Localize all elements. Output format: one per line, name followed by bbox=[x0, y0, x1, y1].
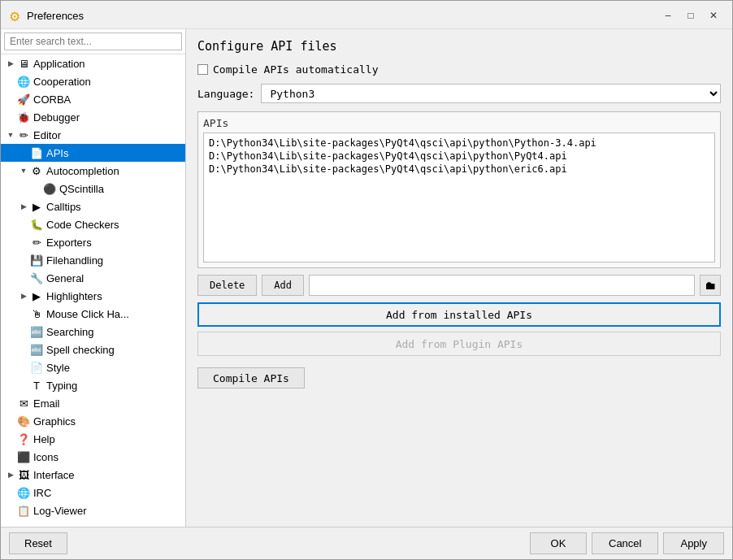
compile-auto-checkbox[interactable] bbox=[197, 64, 208, 75]
compile-actions: Compile APIs bbox=[197, 364, 721, 389]
tree-label-highlighters: Highlighters bbox=[46, 290, 102, 302]
expand-placeholder-cooperation bbox=[4, 75, 17, 88]
tree-icon-corba: 🚀 bbox=[17, 93, 30, 106]
api-item: D:\Python34\Lib\site-packages\PyQt4\qsci… bbox=[207, 163, 711, 176]
add-button[interactable]: Add bbox=[262, 275, 304, 296]
tree-icon-general: 🔧 bbox=[30, 271, 43, 284]
expand-icon-application[interactable]: ▶ bbox=[4, 57, 17, 70]
tree-label-editor: Editor bbox=[33, 129, 61, 141]
tree-item-debugger[interactable]: 🐞Debugger bbox=[1, 108, 185, 126]
tree-item-mouse-click-ha[interactable]: 🖱Mouse Click Ha... bbox=[1, 305, 185, 323]
tree-icon-filehandling: 💾 bbox=[30, 254, 43, 267]
tree-item-log-viewer[interactable]: 📋Log-Viewer bbox=[1, 501, 185, 519]
tree-item-style[interactable]: 📄Style bbox=[1, 358, 185, 376]
tree-icon-autocompletion: ⚙ bbox=[30, 164, 43, 177]
expand-placeholder-email bbox=[4, 397, 17, 410]
tree-item-apis[interactable]: 📄APIs bbox=[1, 144, 185, 162]
expand-icon-autocompletion[interactable]: ▼ bbox=[17, 164, 30, 177]
tree-label-apis: APIs bbox=[46, 147, 68, 159]
tree-icon-apis: 📄 bbox=[30, 146, 43, 159]
tree-item-general[interactable]: 🔧General bbox=[1, 269, 185, 287]
tree-item-cooperation[interactable]: 🌐Cooperation bbox=[1, 72, 185, 90]
reset-button[interactable]: Reset bbox=[9, 532, 67, 554]
language-select[interactable]: Python3Python2JavaScriptC++ bbox=[261, 84, 721, 103]
tree-icon-style: 📄 bbox=[30, 361, 43, 374]
tree-item-help[interactable]: ❓Help bbox=[1, 430, 185, 448]
tree-label-irc: IRC bbox=[33, 487, 51, 499]
tree-icon-editor: ✏ bbox=[17, 128, 30, 141]
api-path-input[interactable] bbox=[309, 275, 695, 296]
tree-item-autocompletion[interactable]: ▼⚙Autocompletion bbox=[1, 162, 185, 180]
expand-placeholder-filehandling bbox=[17, 254, 30, 267]
apis-group: APIs D:\Python34\Lib\site-packages\PyQt4… bbox=[197, 111, 721, 268]
delete-button[interactable]: Delete bbox=[197, 275, 257, 296]
tree-label-mouse-click-ha: Mouse Click Ha... bbox=[46, 308, 129, 320]
tree-label-general: General bbox=[46, 272, 84, 284]
expand-placeholder-exporters bbox=[17, 236, 30, 249]
expand-placeholder-code-checkers bbox=[17, 218, 30, 231]
api-item: D:\Python34\Lib\site-packages\PyQt4\qsci… bbox=[207, 137, 711, 150]
tree-item-highlighters[interactable]: ▶▶Highlighters bbox=[1, 287, 185, 305]
search-input[interactable] bbox=[4, 33, 182, 50]
tree-label-icons: Icons bbox=[33, 451, 59, 463]
tree-item-searching[interactable]: 🔤Searching bbox=[1, 323, 185, 341]
tree-item-editor[interactable]: ▼✏Editor bbox=[1, 126, 185, 144]
tree-item-icons[interactable]: ⬛Icons bbox=[1, 448, 185, 466]
tree-item-corba[interactable]: 🚀CORBA bbox=[1, 90, 185, 108]
language-label: Language: bbox=[197, 88, 254, 100]
tree-item-email[interactable]: ✉Email bbox=[1, 394, 185, 412]
expand-icon-highlighters[interactable]: ▶ bbox=[17, 289, 30, 302]
expand-icon-calltips[interactable]: ▶ bbox=[17, 200, 30, 213]
apis-group-label: APIs bbox=[203, 117, 715, 129]
tree-label-interface: Interface bbox=[33, 469, 75, 481]
expand-icon-editor[interactable]: ▼ bbox=[4, 128, 17, 141]
tree-label-qscintilla: QScintilla bbox=[59, 183, 104, 195]
tree-item-typing[interactable]: TTyping bbox=[1, 376, 185, 394]
tree-item-interface[interactable]: ▶🖼Interface bbox=[1, 466, 185, 484]
preferences-window: ⚙ Preferences – □ ✕ ▶🖥Application 🌐Coope… bbox=[0, 0, 733, 560]
tree-icon-cooperation: 🌐 bbox=[17, 75, 30, 88]
tree-label-searching: Searching bbox=[46, 326, 94, 338]
compile-apis-button[interactable]: Compile APIs bbox=[197, 367, 305, 389]
tree-item-graphics[interactable]: 🎨Graphics bbox=[1, 412, 185, 430]
left-panel: ▶🖥Application 🌐Cooperation 🚀CORBA 🐞Debug… bbox=[1, 29, 186, 527]
content-area: ▶🖥Application 🌐Cooperation 🚀CORBA 🐞Debug… bbox=[1, 29, 732, 527]
expand-placeholder-graphics bbox=[4, 415, 17, 428]
window-title: Preferences bbox=[27, 10, 657, 22]
ok-button[interactable]: OK bbox=[530, 532, 587, 554]
compile-auto-label: Compile APIs automatically bbox=[213, 63, 379, 76]
tree-item-calltips[interactable]: ▶▶Calltips bbox=[1, 198, 185, 215]
tree-item-exporters[interactable]: ✏Exporters bbox=[1, 233, 185, 251]
expand-placeholder-typing bbox=[17, 379, 30, 392]
tree-label-style: Style bbox=[46, 362, 70, 374]
tree-item-spell-checking[interactable]: 🔤Spell checking bbox=[1, 341, 185, 358]
browse-button[interactable]: 🖿 bbox=[700, 275, 721, 296]
expand-placeholder-style bbox=[17, 361, 30, 374]
tree-label-debugger: Debugger bbox=[33, 111, 80, 124]
tree-item-application[interactable]: ▶🖥Application bbox=[1, 54, 185, 72]
tree-icon-debugger: 🐞 bbox=[17, 111, 30, 124]
tree-label-application: Application bbox=[33, 58, 85, 70]
tree-icon-mouse-click-ha: 🖱 bbox=[30, 307, 43, 320]
search-box bbox=[1, 29, 185, 54]
tree-icon-code-checkers: 🐛 bbox=[30, 218, 43, 231]
tree-item-irc[interactable]: 🌐IRC bbox=[1, 484, 185, 501]
close-button[interactable]: ✕ bbox=[703, 7, 724, 24]
tree-label-code-checkers: Code Checkers bbox=[46, 219, 119, 231]
add-installed-button[interactable]: Add from installed APIs bbox=[197, 302, 721, 327]
cancel-button[interactable]: Cancel bbox=[592, 532, 658, 554]
tree-icon-icons: ⬛ bbox=[17, 450, 30, 463]
minimize-button[interactable]: – bbox=[657, 7, 679, 24]
tree-icon-spell-checking: 🔤 bbox=[30, 343, 43, 356]
expand-icon-interface[interactable]: ▶ bbox=[4, 468, 17, 481]
tree-item-code-checkers[interactable]: 🐛Code Checkers bbox=[1, 215, 185, 233]
title-bar: ⚙ Preferences – □ ✕ bbox=[1, 1, 732, 29]
tree-item-filehandling[interactable]: 💾Filehandling bbox=[1, 251, 185, 269]
expand-placeholder-debugger bbox=[4, 111, 17, 124]
tree-label-autocompletion: Autocompletion bbox=[46, 165, 119, 177]
maximize-button[interactable]: □ bbox=[680, 7, 701, 24]
tree-icon-irc: 🌐 bbox=[17, 486, 30, 499]
tree-label-filehandling: Filehandling bbox=[46, 254, 103, 267]
tree-item-qscintilla[interactable]: ⚫QScintilla bbox=[1, 180, 185, 198]
apply-button[interactable]: Apply bbox=[663, 532, 724, 554]
